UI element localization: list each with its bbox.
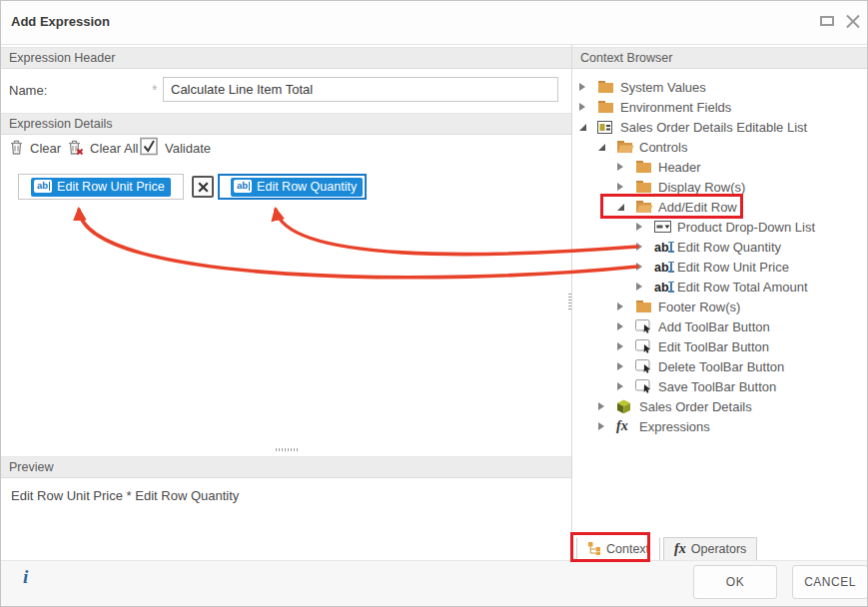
expression-name-input[interactable] [163, 77, 558, 102]
multiply-operator-icon[interactable] [192, 176, 214, 198]
tree-item-display-row-s-[interactable]: Display Row(s) [572, 177, 868, 197]
expand-icon[interactable] [598, 422, 610, 430]
tree-item-add-edit-row[interactable]: Add/Edit Row [572, 197, 868, 217]
tab-operators[interactable]: fx Operators [663, 537, 757, 561]
folder-open-icon [616, 140, 634, 154]
tree-item-delete-toolbar-button[interactable]: Delete ToolBar Button [572, 356, 868, 376]
token-edit-row-quantity[interactable]: ab Edit Row Quantity [231, 178, 363, 197]
folder-icon [635, 300, 652, 313]
folder-open-icon [635, 200, 653, 214]
token-edit-row-unit-price[interactable]: ab Edit Row Unit Price [31, 178, 171, 197]
ok-button[interactable]: OK [693, 565, 777, 599]
token-label: Edit Row Quantity [257, 180, 357, 194]
folder-icon [597, 80, 614, 94]
tree-item-label: Edit Row Quantity [677, 240, 781, 255]
name-label: Name: [9, 83, 47, 98]
tree-item-edit-row-total-amount[interactable]: abEdit Row Total Amount [572, 277, 868, 297]
context-tree: System ValuesEnvironment FieldsSales Ord… [572, 77, 868, 436]
tree-item-controls[interactable]: Controls [572, 137, 868, 157]
tree-item-sales-order-details[interactable]: Sales Order Details [572, 396, 868, 416]
tree-item-sales-order-details-editable-list[interactable]: Sales Order Details Editable List [572, 117, 868, 137]
fx-icon: fx [674, 541, 686, 557]
tree-item-label: Edit ToolBar Button [658, 339, 769, 354]
textbox-icon: ab [234, 180, 252, 193]
expand-icon[interactable] [636, 243, 648, 251]
expression-slot-left[interactable]: ab Edit Row Unit Price [18, 174, 184, 200]
tree-item-add-toolbar-button[interactable]: Add ToolBar Button [572, 316, 868, 336]
tab-context-label: Context [606, 542, 649, 556]
cancel-button[interactable]: CANCEL [792, 565, 868, 599]
preview-splitter-handle[interactable] [276, 448, 298, 451]
expand-icon[interactable] [579, 83, 591, 91]
tree-item-label: Delete ToolBar Button [658, 359, 784, 374]
expand-icon[interactable] [617, 382, 629, 390]
folder-icon [597, 100, 614, 114]
expand-icon[interactable] [617, 322, 629, 330]
clear-all-button[interactable]: Clear All [67, 139, 138, 158]
validate-button-label: Validate [165, 141, 211, 156]
tree-item-edit-row-quantity[interactable]: abEdit Row Quantity [572, 237, 868, 257]
expand-icon[interactable] [636, 283, 648, 291]
clear-all-button-label: Clear All [90, 141, 138, 156]
add-expression-dialog: Add Expression Expression Header Name: *… [0, 0, 868, 607]
tree-item-label: Sales Order Details [639, 399, 752, 414]
expression-editor-panel: Expression Header Name: * Expression Det… [1, 45, 571, 560]
tree-item-label: Save ToolBar Button [658, 379, 776, 394]
tree-item-label: Footer Row(s) [658, 300, 740, 314]
expand-icon[interactable] [598, 402, 610, 410]
tree-item-label: Add ToolBar Button [658, 319, 770, 334]
tree-item-label: Display Row(s) [658, 180, 745, 195]
clear-button[interactable]: Clear [9, 139, 61, 158]
required-marker: * [152, 82, 157, 98]
tree-item-label: System Values [620, 80, 706, 95]
tree-item-edit-toolbar-button[interactable]: Edit ToolBar Button [572, 336, 868, 356]
expand-icon[interactable] [617, 342, 629, 350]
tree-item-product-drop-down-list[interactable]: Product Drop-Down List [572, 217, 868, 237]
tree-item-label: Header [658, 160, 701, 175]
expand-icon[interactable] [579, 103, 591, 111]
tree-item-label: Controls [639, 140, 687, 155]
tree-item-system-values[interactable]: System Values [572, 77, 868, 97]
tree-item-environment-fields[interactable]: Environment Fields [572, 97, 868, 117]
tree-item-header[interactable]: Header [572, 157, 868, 177]
expand-icon[interactable] [636, 223, 648, 231]
tree-item-save-toolbar-button[interactable]: Save ToolBar Button [572, 376, 868, 396]
tree-item-edit-row-unit-price[interactable]: abEdit Row Unit Price [572, 257, 868, 277]
validate-button[interactable]: Validate [140, 137, 211, 159]
collapse-icon[interactable] [617, 204, 629, 211]
panel-splitter-handle[interactable] [568, 293, 571, 309]
tree-item-label: Sales Order Details Editable List [620, 120, 807, 135]
tree-item-expressions[interactable]: fxExpressions [572, 416, 868, 436]
tree-item-footer-row-s-[interactable]: Footer Row(s) [572, 297, 868, 316]
collapse-icon[interactable] [598, 144, 610, 151]
context-browser-section-title: Context Browser [572, 47, 868, 69]
trash-icon [9, 139, 24, 158]
textbox-icon: ab [654, 260, 672, 275]
toolbar-button-icon [635, 359, 652, 373]
preview-section-title: Preview [1, 456, 571, 478]
preview-expression-text: Edit Row Unit Price * Edit Row Quantity [11, 488, 239, 503]
info-icon[interactable]: i [23, 566, 28, 588]
expand-icon[interactable] [617, 303, 629, 310]
context-browser-tabbar: Context fx Operators [572, 536, 760, 561]
dropdown-icon [654, 221, 671, 233]
expression-slot-right[interactable]: ab Edit Row Quantity [218, 174, 367, 200]
expand-icon[interactable] [617, 163, 629, 171]
collapse-icon[interactable] [579, 124, 591, 131]
dialog-title-bar: Add Expression [1, 1, 867, 45]
expand-icon[interactable] [617, 362, 629, 370]
textbox-icon: ab [654, 280, 672, 295]
expand-icon[interactable] [617, 183, 629, 191]
maximize-icon[interactable] [820, 16, 834, 26]
context-browser-panel: Context Browser System ValuesEnvironment… [571, 45, 868, 560]
folder-icon [635, 180, 652, 194]
tree-item-label: Edit Row Unit Price [677, 260, 789, 275]
editable-list-icon [597, 121, 612, 134]
textbox-icon: ab [34, 180, 52, 193]
close-icon[interactable] [846, 14, 860, 28]
tree-item-label: Expressions [639, 419, 710, 434]
toolbar-button-icon [635, 379, 652, 393]
tab-context[interactable]: Context [576, 537, 660, 561]
dialog-title: Add Expression [11, 14, 110, 29]
expand-icon[interactable] [636, 263, 648, 271]
